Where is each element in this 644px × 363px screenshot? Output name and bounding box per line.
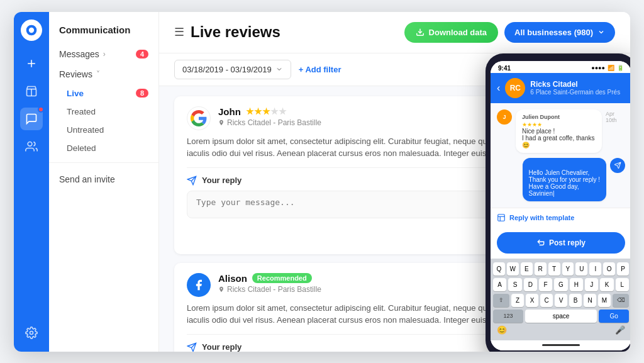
key-c[interactable]: C [540, 294, 553, 307]
phone-home-bar [491, 340, 630, 350]
reviewer-name-alison: Alison [218, 273, 247, 284]
phone-messages: J Julien Dupont ★★★★ Nice place ! I had … [491, 103, 630, 208]
date-range-filter[interactable]: 03/18/2019 - 03/19/2019 [174, 60, 291, 79]
stars-john: ★★★★★ [246, 106, 287, 116]
facebook-icon [187, 273, 211, 297]
download-data-button[interactable]: Download data [404, 22, 498, 43]
nav-item-messages[interactable]: Messages › 4 [49, 44, 158, 64]
reviews-label: Reviews [59, 69, 92, 79]
key-m[interactable]: M [598, 294, 611, 307]
key-f[interactable]: F [539, 278, 552, 291]
key-d[interactable]: D [524, 278, 537, 291]
phone-template-button[interactable]: Reply with template [491, 208, 630, 227]
nav-sub-item-treated[interactable]: Treated [49, 103, 158, 121]
phone-business-sub: 6 Place Saint-Germain des Prés [530, 89, 625, 96]
phone-post-reply-button[interactable]: Post reply [497, 232, 625, 254]
key-l[interactable]: L [616, 278, 629, 291]
phone-status-bar: 9:41 ●●●● 📶 🔋 [491, 61, 630, 73]
sidebar-icon-gear[interactable] [20, 321, 43, 344]
keyboard-emoji-button[interactable]: 😊 [497, 325, 507, 335]
key-e[interactable]: E [521, 262, 533, 276]
phone-keyboard: Q W E R T Y U I O P A S D F G H [491, 259, 630, 340]
phone-msg-avatar-1: J [497, 109, 512, 125]
phone-msg-date-1: Apr 10th [606, 111, 625, 123]
phone-business-name: Ricks Citadel [530, 80, 625, 89]
key-b[interactable]: B [569, 294, 582, 307]
svg-rect-9 [498, 214, 505, 221]
app-container: Communication Messages › 4 Reviews ˅ Liv… [14, 12, 630, 352]
nav-sub-item-untreated[interactable]: Untreated [49, 121, 158, 139]
key-g[interactable]: G [554, 278, 567, 291]
key-go[interactable]: Go [599, 310, 629, 323]
phone-back-button[interactable]: ‹ [497, 82, 500, 94]
add-filter-button[interactable]: + Add filter [299, 65, 341, 74]
page-title: Live reviews [191, 23, 280, 41]
location-alison: Ricks Citadel - Paris Bastille [227, 285, 321, 294]
keyboard-mic-button[interactable]: 🎤 [615, 325, 625, 335]
nav-sub-item-live[interactable]: Live 8 [49, 84, 158, 103]
notification-dot [38, 106, 44, 113]
sidebar-icon-people[interactable] [20, 135, 43, 158]
phone-message-row-1: J Julien Dupont ★★★★ Nice place ! I had … [497, 109, 625, 153]
messages-badge: 4 [136, 50, 148, 59]
location-john: Ricks Citadel - Paris Bastille [227, 118, 321, 127]
key-o[interactable]: O [603, 262, 615, 276]
svg-point-7 [30, 331, 33, 334]
phone-time: 9:41 [498, 65, 511, 72]
key-p[interactable]: P [617, 262, 629, 276]
messages-label: Messages [59, 49, 99, 59]
recommended-badge: Recommended [252, 273, 312, 283]
phone-screen: 9:41 ●●●● 📶 🔋 ‹ RC Ricks Citadel 6 Place… [491, 61, 630, 350]
key-space[interactable]: space [525, 310, 597, 323]
nav-send-invite[interactable]: Send an invite [49, 168, 158, 191]
key-y[interactable]: Y [562, 262, 574, 276]
all-businesses-button[interactable]: All businesses (980) [504, 22, 615, 43]
nav-item-reviews[interactable]: Reviews ˅ [49, 64, 158, 84]
phone-msg-bubble-1: Julien Dupont ★★★★ Nice place ! I had a … [516, 109, 602, 153]
key-123[interactable]: 123 [493, 310, 523, 323]
key-n[interactable]: N [584, 294, 596, 307]
nav-section-title: Communication [49, 25, 158, 44]
phone-signal: ●●●● [591, 65, 605, 71]
reply-label-alison: Your reply [202, 342, 242, 352]
key-x[interactable]: X [526, 294, 538, 307]
key-a[interactable]: A [493, 278, 506, 291]
app-logo [21, 20, 42, 41]
key-h[interactable]: H [570, 278, 583, 291]
reply-label-john: Your reply [202, 176, 242, 185]
google-icon [187, 106, 211, 130]
key-shift[interactable]: ⇧ [493, 294, 509, 307]
nav-sub-item-deleted[interactable]: Deleted [49, 139, 158, 157]
phone-message-row-2: Hello Julen Chevalier, Thank you for you… [497, 158, 625, 201]
icon-sidebar [14, 12, 49, 352]
key-backspace[interactable]: ⌫ [613, 294, 629, 307]
key-u[interactable]: U [575, 262, 587, 276]
key-s[interactable]: S [508, 278, 521, 291]
key-t[interactable]: T [548, 262, 560, 276]
key-q[interactable]: Q [493, 262, 505, 276]
phone-battery: 🔋 [617, 65, 624, 71]
home-bar [542, 344, 580, 346]
key-k[interactable]: K [600, 278, 613, 291]
phone-mockup: 9:41 ●●●● 📶 🔋 ‹ RC Ricks Citadel 6 Place… [486, 53, 630, 352]
key-i[interactable]: I [589, 262, 601, 276]
sidebar-icon-plus[interactable] [20, 52, 43, 75]
header-actions: Download data All businesses (980) [404, 22, 615, 43]
phone-header: ‹ RC Ricks Citadel 6 Place Saint-Germain… [491, 73, 630, 103]
phone-msg-bubble-2: Hello Julen Chevalier, Thank you for you… [523, 158, 606, 201]
phone-wifi-icon: 📶 [608, 65, 614, 71]
reviewer-name-john: John [218, 106, 241, 117]
title-area: ☰ Live reviews [174, 23, 280, 41]
key-r[interactable]: R [535, 262, 547, 276]
left-nav: Communication Messages › 4 Reviews ˅ Liv… [49, 12, 159, 352]
key-j[interactable]: J [585, 278, 598, 291]
sidebar-icon-store[interactable] [20, 80, 43, 103]
key-w[interactable]: W [507, 262, 519, 276]
main-header: ☰ Live reviews Download data All busines… [159, 12, 630, 53]
phone-business-avatar: RC [505, 78, 525, 98]
hamburger-icon[interactable]: ☰ [174, 25, 184, 39]
phone-msg-avatar-2 [610, 158, 625, 173]
svg-point-6 [28, 142, 32, 146]
key-z[interactable]: Z [511, 294, 524, 307]
key-v[interactable]: V [555, 294, 567, 307]
